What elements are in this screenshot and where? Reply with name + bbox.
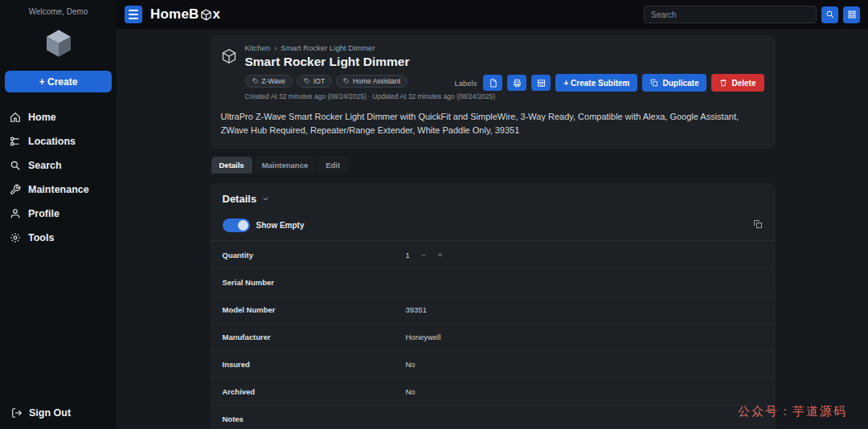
item-header-card: Kitchen › Smart Rocker Light Dimmer Smar… — [210, 35, 776, 149]
sign-out-label: Sign Out — [29, 407, 71, 419]
tab-details[interactable]: Details — [211, 157, 252, 174]
copy-icon — [650, 79, 658, 87]
tab-edit[interactable]: Edit — [317, 157, 348, 174]
sidebar-item-label: Search — [28, 160, 62, 171]
detail-row-archived: Archived No — [210, 378, 776, 406]
table-icon — [537, 79, 546, 88]
brand-suffix: x — [213, 6, 221, 22]
top-bar: HomeB x — [117, 0, 868, 29]
details-title: Details — [223, 193, 257, 205]
quantity-minus[interactable]: − — [421, 250, 426, 259]
sidebar-item-profile[interactable]: Profile — [10, 203, 117, 224]
quantity-value: 1 — [406, 251, 410, 259]
label-badge-home-assistant[interactable]: Home Assistant — [336, 75, 407, 88]
home-icon — [10, 112, 21, 123]
breadcrumb: Kitchen › Smart Rocker Light Dimmer — [245, 43, 496, 52]
document-icon — [489, 79, 497, 88]
search-button[interactable] — [821, 6, 838, 23]
sign-out-button[interactable]: Sign Out — [0, 402, 117, 424]
brand-logo: HomeB x — [150, 6, 220, 22]
sidebar-item-locations[interactable]: Locations — [10, 131, 117, 152]
show-empty-row: Show Empty — [210, 211, 776, 241]
profile-icon — [10, 208, 21, 219]
item-actions: Labels + Create Subitem — [454, 74, 764, 92]
label-table-button[interactable] — [531, 75, 551, 91]
detail-row-insured: Insured No — [210, 351, 776, 378]
homebox-logo — [0, 27, 117, 59]
sidebar-item-home[interactable]: Home — [10, 107, 117, 128]
detail-row-manufacturer: Manufacturer Honeywell — [210, 324, 776, 351]
details-section-header[interactable]: Details — [210, 183, 776, 211]
label-print-button[interactable] — [507, 75, 526, 91]
quantity-plus[interactable]: + — [437, 250, 442, 259]
box-logo-icon — [41, 27, 76, 59]
sign-out-icon — [11, 407, 23, 419]
main-area: HomeB x — [117, 0, 868, 429]
apps-button[interactable] — [843, 6, 860, 23]
watermark-text: 公众号：芋道源码 — [738, 404, 847, 419]
tab-bar: Details Maintenance Edit — [210, 157, 776, 174]
search-icon — [10, 160, 21, 171]
tab-maintenance[interactable]: Maintenance — [254, 157, 317, 174]
tag-icon — [304, 78, 310, 84]
label-document-button[interactable] — [483, 75, 502, 91]
sidebar-item-label: Tools — [28, 232, 54, 243]
item-meta: Created At 32 minutes ago (08/24/2025) ·… — [245, 92, 496, 100]
sidebar-item-label: Maintenance — [28, 184, 89, 195]
menu-button[interactable] — [125, 6, 142, 23]
label-badge-zwave[interactable]: Z-Wave — [245, 75, 293, 88]
detail-row-notes: Notes — [210, 406, 776, 429]
welcome-text: Welcome, Demo — [0, 0, 117, 16]
copy-icon — [753, 219, 763, 229]
create-button[interactable]: + Create — [5, 71, 112, 92]
sidebar-item-tools[interactable]: Tools — [10, 227, 117, 248]
sidebar-nav: Home Locations Search Maintenance Profil… — [0, 107, 117, 248]
show-empty-toggle[interactable] — [223, 219, 250, 232]
duplicate-button[interactable]: Duplicate — [642, 74, 706, 92]
locations-icon — [10, 136, 21, 147]
sidebar-item-label: Profile — [28, 208, 59, 219]
tag-icon — [252, 78, 259, 84]
wrench-icon — [10, 184, 21, 195]
printer-icon — [513, 79, 522, 88]
sidebar-item-search[interactable]: Search — [10, 155, 117, 176]
create-subitem-button[interactable]: + Create Subitem — [555, 74, 637, 92]
label-badge-iot[interactable]: IOT — [297, 75, 332, 88]
sidebar-item-label: Home — [28, 112, 56, 123]
hamburger-icon — [129, 10, 138, 11]
page-content: Kitchen › Smart Rocker Light Dimmer Smar… — [117, 29, 868, 429]
gear-icon — [10, 232, 21, 243]
detail-row-model-number: Model Number 39351 — [210, 296, 776, 324]
show-empty-label: Show Empty — [256, 221, 305, 230]
grid-icon — [847, 10, 857, 19]
breadcrumb-separator: › — [274, 43, 276, 52]
chevron-down-icon — [261, 194, 270, 203]
page-title: Smart Rocker Light Dimmer — [245, 55, 496, 69]
quantity-stepper[interactable]: − + — [421, 250, 443, 259]
breadcrumb-parent[interactable]: Kitchen — [245, 43, 271, 52]
topbar-search — [644, 6, 860, 23]
sidebar-item-maintenance[interactable]: Maintenance — [10, 179, 117, 200]
copy-details-button[interactable] — [753, 218, 763, 232]
sidebar: Welcome, Demo + Create Home Locations Se… — [0, 0, 117, 429]
detail-row-quantity: Quantity 1 − + — [210, 241, 776, 269]
box-icon — [200, 9, 212, 21]
brand-prefix: HomeB — [150, 6, 199, 22]
detail-row-serial-number: Serial Number — [210, 269, 776, 296]
breadcrumb-current: Smart Rocker Light Dimmer — [280, 43, 375, 52]
search-input[interactable] — [644, 6, 817, 23]
trash-icon — [719, 79, 727, 87]
details-card: Details Show Empty Quantity 1 — [210, 183, 776, 429]
delete-button[interactable]: Delete — [711, 74, 764, 92]
item-description: UltraPro Z-Wave Smart Rocker Light Dimme… — [221, 110, 764, 137]
tag-icon — [343, 78, 350, 84]
labels-caption: Labels — [454, 79, 477, 88]
sidebar-item-label: Locations — [28, 136, 76, 147]
item-box-icon — [221, 48, 237, 100]
search-icon — [825, 10, 835, 19]
app-window: Welcome, Demo + Create Home Locations Se… — [0, 0, 868, 429]
